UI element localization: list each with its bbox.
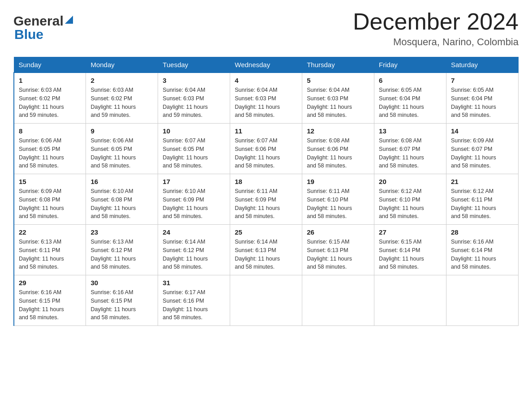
header-saturday: Saturday — [446, 57, 519, 73]
table-row: 19 Sunrise: 6:11 AM Sunset: 6:10 PM Dayl… — [302, 174, 374, 225]
day-number: 6 — [379, 77, 442, 84]
day-number: 26 — [307, 228, 369, 236]
table-row: 25 Sunrise: 6:14 AM Sunset: 6:13 PM Dayl… — [230, 225, 302, 275]
day-number: 1 — [19, 77, 81, 84]
day-info: Sunrise: 6:13 AM Sunset: 6:12 PM Dayligh… — [90, 238, 153, 271]
day-number: 13 — [379, 127, 442, 135]
day-number: 19 — [307, 178, 369, 185]
day-info: Sunrise: 6:11 AM Sunset: 6:09 PM Dayligh… — [235, 187, 297, 221]
title-block: December 2024 Mosquera, Narino, Colombia — [353, 9, 519, 48]
day-info: Sunrise: 6:11 AM Sunset: 6:10 PM Dayligh… — [307, 187, 369, 221]
calendar-header-row: Sunday Monday Tuesday Wednesday Thursday… — [14, 57, 519, 73]
table-row: 1 Sunrise: 6:03 AM Sunset: 6:02 PM Dayli… — [14, 73, 86, 124]
table-row: 24 Sunrise: 6:14 AM Sunset: 6:12 PM Dayl… — [158, 225, 230, 275]
table-row: 13 Sunrise: 6:08 AM Sunset: 6:07 PM Dayl… — [374, 124, 446, 174]
table-row: 5 Sunrise: 6:04 AM Sunset: 6:03 PM Dayli… — [302, 73, 374, 124]
day-number: 14 — [451, 127, 514, 135]
calendar-table: Sunday Monday Tuesday Wednesday Thursday… — [13, 57, 519, 326]
table-row: 27 Sunrise: 6:15 AM Sunset: 6:14 PM Dayl… — [374, 225, 446, 275]
day-info: Sunrise: 6:04 AM Sunset: 6:03 PM Dayligh… — [163, 86, 225, 120]
day-number: 31 — [163, 279, 225, 287]
day-info: Sunrise: 6:08 AM Sunset: 6:06 PM Dayligh… — [307, 137, 369, 170]
table-row — [230, 275, 302, 326]
day-number: 4 — [235, 77, 297, 84]
day-info: Sunrise: 6:07 AM Sunset: 6:05 PM Dayligh… — [163, 137, 225, 170]
day-info: Sunrise: 6:14 AM Sunset: 6:12 PM Dayligh… — [163, 238, 225, 271]
day-number: 25 — [235, 228, 297, 236]
day-number: 29 — [19, 279, 81, 287]
month-title: December 2024 — [353, 9, 519, 34]
day-number: 18 — [235, 178, 297, 185]
table-row: 18 Sunrise: 6:11 AM Sunset: 6:09 PM Dayl… — [230, 174, 302, 225]
logo-general: General — [13, 13, 64, 29]
day-info: Sunrise: 6:07 AM Sunset: 6:06 PM Dayligh… — [235, 137, 297, 170]
day-number: 22 — [19, 228, 81, 236]
day-number: 2 — [90, 77, 153, 84]
day-info: Sunrise: 6:10 AM Sunset: 6:08 PM Dayligh… — [90, 187, 153, 221]
day-info: Sunrise: 6:09 AM Sunset: 6:08 PM Dayligh… — [19, 187, 81, 221]
calendar-week-row: 1 Sunrise: 6:03 AM Sunset: 6:02 PM Dayli… — [14, 73, 519, 124]
svg-marker-0 — [65, 16, 73, 24]
day-info: Sunrise: 6:03 AM Sunset: 6:02 PM Dayligh… — [90, 86, 153, 120]
day-info: Sunrise: 6:06 AM Sunset: 6:05 PM Dayligh… — [19, 137, 81, 170]
table-row: 3 Sunrise: 6:04 AM Sunset: 6:03 PM Dayli… — [158, 73, 230, 124]
day-number: 7 — [451, 77, 514, 84]
table-row: 6 Sunrise: 6:05 AM Sunset: 6:04 PM Dayli… — [374, 73, 446, 124]
header-monday: Monday — [86, 57, 158, 73]
day-number: 15 — [19, 178, 81, 185]
day-info: Sunrise: 6:09 AM Sunset: 6:07 PM Dayligh… — [451, 137, 514, 170]
day-number: 12 — [307, 127, 369, 135]
day-number: 9 — [90, 127, 153, 135]
header-thursday: Thursday — [302, 57, 374, 73]
day-number: 5 — [307, 77, 369, 84]
table-row — [302, 275, 374, 326]
calendar-week-row: 8 Sunrise: 6:06 AM Sunset: 6:05 PM Dayli… — [14, 124, 519, 174]
table-row: 16 Sunrise: 6:10 AM Sunset: 6:08 PM Dayl… — [86, 174, 158, 225]
table-row: 14 Sunrise: 6:09 AM Sunset: 6:07 PM Dayl… — [446, 124, 519, 174]
table-row: 7 Sunrise: 6:05 AM Sunset: 6:04 PM Dayli… — [446, 73, 519, 124]
table-row: 17 Sunrise: 6:10 AM Sunset: 6:09 PM Dayl… — [158, 174, 230, 225]
table-row: 15 Sunrise: 6:09 AM Sunset: 6:08 PM Dayl… — [14, 174, 86, 225]
day-info: Sunrise: 6:13 AM Sunset: 6:11 PM Dayligh… — [19, 238, 81, 271]
day-info: Sunrise: 6:16 AM Sunset: 6:15 PM Dayligh… — [90, 288, 153, 322]
header-wednesday: Wednesday — [230, 57, 302, 73]
table-row: 8 Sunrise: 6:06 AM Sunset: 6:05 PM Dayli… — [14, 124, 86, 174]
table-row: 20 Sunrise: 6:12 AM Sunset: 6:10 PM Dayl… — [374, 174, 446, 225]
day-number: 23 — [90, 228, 153, 236]
day-number: 27 — [379, 228, 442, 236]
table-row: 11 Sunrise: 6:07 AM Sunset: 6:06 PM Dayl… — [230, 124, 302, 174]
table-row: 22 Sunrise: 6:13 AM Sunset: 6:11 PM Dayl… — [14, 225, 86, 275]
day-info: Sunrise: 6:15 AM Sunset: 6:14 PM Dayligh… — [379, 238, 442, 271]
table-row: 21 Sunrise: 6:12 AM Sunset: 6:11 PM Dayl… — [446, 174, 519, 225]
day-number: 16 — [90, 178, 153, 185]
table-row: 12 Sunrise: 6:08 AM Sunset: 6:06 PM Dayl… — [302, 124, 374, 174]
table-row: 4 Sunrise: 6:04 AM Sunset: 6:03 PM Dayli… — [230, 73, 302, 124]
day-number: 24 — [163, 228, 225, 236]
location-title: Mosquera, Narino, Colombia — [353, 36, 519, 48]
table-row: 28 Sunrise: 6:16 AM Sunset: 6:14 PM Dayl… — [446, 225, 519, 275]
day-info: Sunrise: 6:17 AM Sunset: 6:16 PM Dayligh… — [163, 288, 225, 322]
day-info: Sunrise: 6:12 AM Sunset: 6:11 PM Dayligh… — [451, 187, 514, 221]
header-friday: Friday — [374, 57, 446, 73]
day-number: 28 — [451, 228, 514, 236]
table-row: 2 Sunrise: 6:03 AM Sunset: 6:02 PM Dayli… — [86, 73, 158, 124]
day-number: 10 — [163, 127, 225, 135]
header-sunday: Sunday — [14, 57, 86, 73]
day-number: 21 — [451, 178, 514, 185]
table-row — [374, 275, 446, 326]
table-row: 29 Sunrise: 6:16 AM Sunset: 6:15 PM Dayl… — [14, 275, 86, 326]
day-info: Sunrise: 6:04 AM Sunset: 6:03 PM Dayligh… — [307, 86, 369, 120]
logo-blue: Blue — [13, 27, 43, 42]
day-info: Sunrise: 6:06 AM Sunset: 6:05 PM Dayligh… — [90, 137, 153, 170]
day-number: 20 — [379, 178, 442, 185]
day-info: Sunrise: 6:05 AM Sunset: 6:04 PM Dayligh… — [379, 86, 442, 120]
day-info: Sunrise: 6:16 AM Sunset: 6:15 PM Dayligh… — [19, 288, 81, 322]
logo-triangle — [65, 16, 73, 26]
table-row — [446, 275, 519, 326]
day-info: Sunrise: 6:08 AM Sunset: 6:07 PM Dayligh… — [379, 137, 442, 170]
day-number: 8 — [19, 127, 81, 135]
day-info: Sunrise: 6:12 AM Sunset: 6:10 PM Dayligh… — [379, 187, 442, 221]
calendar-week-row: 15 Sunrise: 6:09 AM Sunset: 6:08 PM Dayl… — [14, 174, 519, 225]
day-info: Sunrise: 6:14 AM Sunset: 6:13 PM Dayligh… — [235, 238, 297, 271]
day-info: Sunrise: 6:15 AM Sunset: 6:13 PM Dayligh… — [307, 238, 369, 271]
